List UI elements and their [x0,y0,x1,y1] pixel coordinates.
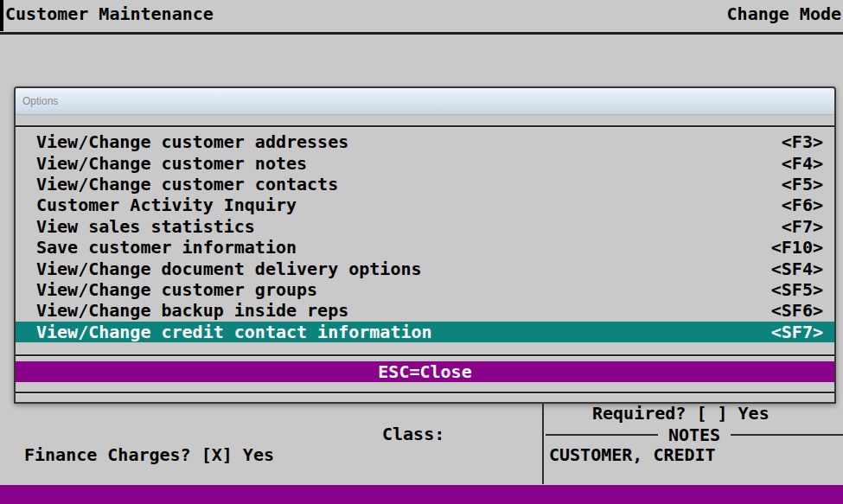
divider-line [16,354,834,357]
fkey-badge: <SF5> [771,279,823,300]
esc-close-button[interactable]: ESC=Close [16,361,834,382]
menu-item-customer-groups[interactable]: View/Change customer groups<SF5> [16,279,834,300]
fkey-badge: <SF4> [771,258,823,279]
divider-line [16,392,834,394]
notes-content[interactable]: CUSTOMER, CREDIT [549,444,716,465]
notes-title: NOTES [658,424,731,445]
fkey-badge: <F7> [782,216,823,237]
mode-indicator: Change Mode [727,3,841,24]
menu-item-backup-inside-reps[interactable]: View/Change backup inside reps<SF6> [16,300,834,321]
menu-item-save-customer[interactable]: Save customer information<F10> [16,237,834,258]
finance-charges-checkbox[interactable]: [X] Yes [201,444,274,465]
fkey-badge: <F3> [782,131,823,152]
rule-line [546,434,658,436]
customer-maintenance-screen: Customer Maintenance Change Mode Cust ID… [0,0,843,504]
notes-section-header: NOTES [546,424,843,445]
menu-item-sales-statistics[interactable]: View sales statistics<F7> [16,216,834,237]
header-bar: Customer Maintenance Change Mode [0,0,843,35]
options-dialog-titlebar[interactable]: Options [16,88,834,115]
fkey-badge: <F6> [782,195,823,215]
menu-item-document-delivery[interactable]: View/Change document delivery options<SF… [16,258,834,278]
required-line: Required?[ ] Yes [592,403,770,424]
status-bar [0,485,843,504]
fkey-badge: <F4> [782,153,823,174]
rule-line [731,434,843,436]
required-label: Required? [592,403,686,424]
options-dialog: Options View/Change customer addresses<F… [14,86,836,404]
menu-item-credit-contact[interactable]: View/Change credit contact information<S… [16,322,834,342]
menu-item-customer-notes[interactable]: View/Change customer notes<F4> [16,152,834,173]
fkey-badge: <F10> [771,237,823,258]
finance-charges-line: Finance Charges?[X] Yes [24,444,316,465]
menu-item-activity-inquiry[interactable]: Customer Activity Inquiry<F6> [16,195,834,215]
options-menu: View/Change customer addresses<F3> View/… [16,131,834,342]
options-dialog-title: Options [16,95,58,107]
fkey-badge: <F5> [782,174,823,195]
menu-item-customer-contacts[interactable]: View/Change customer contacts<F5> [16,174,834,195]
esc-close-label: ESC=Close [378,361,471,382]
required-checkbox[interactable]: [ ] Yes [696,403,769,424]
finance-charges-label: Finance Charges? [24,444,191,465]
menu-item-customer-addresses[interactable]: View/Change customer addresses<F3> [16,131,834,152]
fkey-badge: <SF6> [771,300,823,321]
cursor-block [0,0,3,31]
divider-line [16,125,834,128]
options-dialog-body: View/Change customer addresses<F3> View/… [16,115,834,402]
page-title: Customer Maintenance [5,3,214,24]
panel-divider [542,404,544,484]
class-field-label: Class: [382,424,444,444]
fkey-badge: <SF7> [771,322,823,342]
